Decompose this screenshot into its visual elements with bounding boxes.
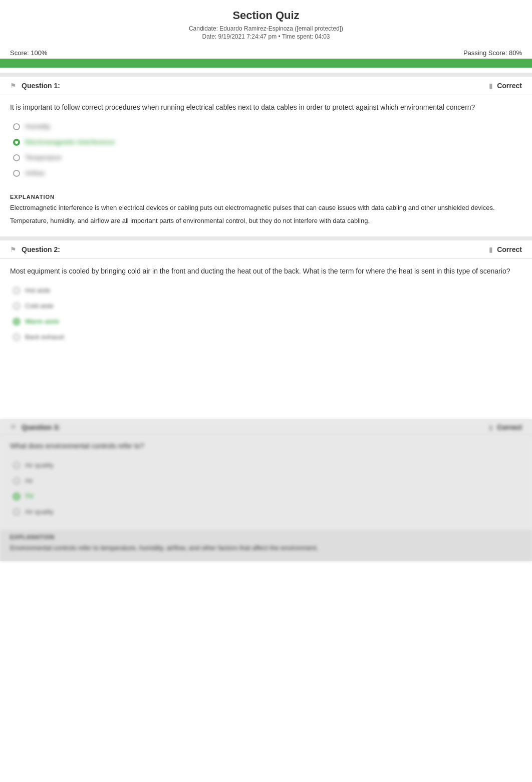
option-text-q3-opt1: Air quality (25, 461, 54, 469)
bookmark-icon-q1[interactable]: ▮ (489, 82, 493, 90)
question-2-header: ⚑ Question 2: ▮ Correct (0, 240, 532, 259)
question-2-text: Most equipment is cooled by bringing col… (10, 266, 522, 277)
option-text-q1-opt1: Humidity (25, 123, 51, 130)
flag-icon-q1[interactable]: ⚑ (10, 82, 17, 90)
option-text-q2-opt1: Hot aisle (25, 287, 51, 294)
radio-q1-opt4[interactable] (13, 170, 20, 177)
page-container: Section Quiz Candidate: Eduardo Ramirez-… (0, 0, 532, 782)
flag-icon-q2[interactable]: ⚑ (10, 245, 17, 253)
bottom-question-body: What does environmental controls refer t… (0, 436, 532, 531)
option-text-q1-opt3: Temperature (25, 154, 62, 161)
bottom-question-text: What does environmental controls refer t… (10, 441, 522, 451)
list-item: Hot aisle (10, 285, 522, 296)
list-item: Warm aisle (10, 316, 522, 327)
section-divider-top (0, 73, 532, 77)
score-row: Score: 100% Passing Score: 80% (0, 45, 532, 59)
score-label: Score: 100% (10, 49, 47, 57)
correct-badge-q2: Correct (497, 245, 522, 253)
passing-score-label: Passing Score: 80% (463, 49, 522, 57)
radio-q3-opt1[interactable] (13, 462, 20, 469)
candidate-label: Candidate: Eduardo Ramirez-Espinoza ([em… (10, 25, 522, 32)
progress-bar-fill (0, 59, 532, 68)
explanation-text-q1-1: Electromagnetic interference is when ele… (10, 203, 522, 213)
section-divider-mid (0, 236, 532, 240)
question-1-body: It is important to follow correct proced… (0, 95, 532, 194)
date-label: Date: 9/19/2021 7:24:47 pm • Time spent:… (10, 33, 522, 40)
option-text-q3-opt2: Air (25, 477, 33, 484)
correct-badge-q1: Correct (497, 82, 522, 90)
bookmark-icon-q2[interactable]: ▮ (489, 245, 493, 253)
list-item: Air quality (10, 506, 522, 517)
radio-q3-opt3[interactable] (13, 493, 20, 500)
radio-q1-opt1[interactable] (13, 123, 20, 130)
footer-space (0, 561, 532, 661)
option-text-q1-opt4: Airflow (25, 169, 45, 177)
bottom-question-header: ⚑ Question 3: ▮ Correct (0, 419, 532, 436)
explanation-label-q1: EXPLANATION (10, 194, 522, 200)
page-title: Section Quiz (10, 9, 522, 22)
header: Section Quiz Candidate: Eduardo Ramirez-… (0, 0, 532, 45)
explanation-label-q3: EXPLANATION (10, 534, 522, 540)
list-item: TV (10, 490, 522, 502)
bottom-explanation: EXPLANATION Environmental controls refer… (0, 531, 532, 561)
option-text-q2-opt2: Cold aisle (25, 302, 54, 310)
radio-q1-opt3[interactable] (13, 154, 20, 161)
question-1-header: ⚑ Question 1: ▮ Correct (0, 77, 532, 95)
radio-q1-opt2[interactable] (13, 139, 20, 146)
option-text-q3-opt3: TV (25, 492, 34, 500)
list-item: Air quality (10, 459, 522, 471)
flag-icon-q3[interactable]: ⚑ (10, 423, 17, 431)
question-2-body: Most equipment is cooled by bringing col… (0, 259, 532, 419)
list-item: Humidity (10, 121, 522, 132)
option-text-q2-opt3: Warm aisle (25, 318, 59, 325)
option-text-q2-opt4: Back exhaust (25, 333, 64, 341)
question-1-block: ⚑ Question 1: ▮ Correct It is important … (0, 77, 532, 236)
radio-q3-opt2[interactable] (13, 477, 20, 484)
option-text-q3-opt4: Air quality (25, 508, 54, 515)
bookmark-icon-q3[interactable]: ▮ (489, 423, 493, 431)
radio-q2-opt4[interactable] (13, 334, 20, 341)
question-1-explanation: EXPLANATION Electromagnetic interference… (0, 194, 532, 236)
list-item: Electromagnetic Interference (10, 136, 522, 148)
list-item: Back exhaust (10, 331, 522, 343)
question-1-options: Humidity Electromagnetic Interference Te… (10, 121, 522, 179)
bottom-question-options: Air quality Air TV Air quality (10, 459, 522, 517)
explanation-text-q1-2: Temperature, humidity, and airflow are a… (10, 216, 522, 226)
list-item: Airflow (10, 167, 522, 179)
list-item: Temperature (10, 152, 522, 163)
question-1-text: It is important to follow correct proced… (10, 102, 522, 113)
list-item: Air (10, 475, 522, 486)
bottom-section: ⚑ Question 3: ▮ Correct What does enviro… (0, 419, 532, 561)
bottom-question-label: Question 3: (22, 423, 489, 431)
list-item: Cold aisle (10, 300, 522, 312)
radio-q2-opt3[interactable] (13, 318, 20, 325)
progress-bar-container (0, 59, 532, 68)
radio-q3-opt4[interactable] (13, 508, 20, 515)
radio-q2-opt1[interactable] (13, 287, 20, 294)
option-text-q1-opt2: Electromagnetic Interference (25, 138, 115, 146)
question-1-label: Question 1: (22, 82, 489, 90)
explanation-text-q3: Environmental controls refer to temperat… (10, 543, 522, 553)
correct-badge-q3: Correct (497, 423, 522, 431)
radio-q2-opt2[interactable] (13, 303, 20, 310)
question-2-options: Hot aisle Cold aisle Warm aisle Back exh… (10, 285, 522, 343)
question-2-block: ⚑ Question 2: ▮ Correct Most equipment i… (0, 240, 532, 419)
question-2-label: Question 2: (22, 245, 489, 253)
